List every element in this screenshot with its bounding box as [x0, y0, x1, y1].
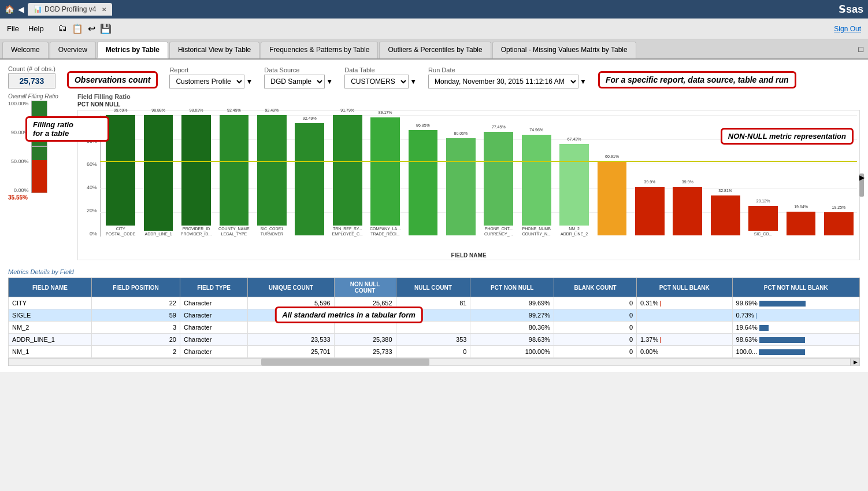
menu-bar: File Help 🗂 📋 ↩ 💾 Sign Out [0, 19, 868, 39]
rundate-select[interactable]: Monday, November 30, 2015 11:12:16 AM [428, 75, 578, 88]
bar-x-label: SIC_CO... [754, 232, 773, 237]
table-cell: 99.69% [470, 297, 554, 309]
report-dropdown-icon[interactable]: ▼ [246, 77, 253, 86]
table-header-row: FIELD NAME FIELD POSITION FIELD TYPE UNI… [9, 278, 860, 297]
table-cell: Character [180, 322, 248, 334]
bar-pct-label: 92.49% [257, 108, 287, 112]
bar[interactable]: 92.49% [220, 115, 249, 226]
col-header-field-pos: FIELD POSITION [91, 278, 180, 297]
nav-back-icon[interactable]: ◀ [18, 5, 24, 14]
bar[interactable]: 98.88% [144, 115, 173, 231]
gauge-pct-100: 100.00% [8, 101, 29, 106]
table-row[interactable]: SIGLE59Character99.27%00.73% [9, 309, 860, 322]
bar[interactable]: 67.43% [559, 144, 589, 226]
bar[interactable]: 19.64% [787, 212, 816, 235]
bar[interactable]: 32.81% [711, 195, 740, 235]
tool-copy-icon[interactable]: 📋 [72, 23, 83, 34]
right-resize-handle[interactable]: ▶ [859, 173, 864, 197]
sign-out-link[interactable]: Sign Out [834, 25, 861, 33]
table-row[interactable]: NM_12Character25,70125,7330100.00%00.00%… [9, 346, 860, 358]
bar[interactable]: 86.85% [409, 130, 438, 235]
bar[interactable]: 80.06% [446, 138, 476, 235]
annotation-standard-metrics: All standard metrics in a tabular form [275, 307, 422, 323]
table-cell: 25,380 [334, 334, 396, 346]
gauge-bar-container [31, 101, 47, 193]
col-header-field-name: FIELD NAME [9, 278, 92, 297]
scroll-right-btn[interactable]: ▶ [851, 358, 860, 366]
table-cell: 0 [554, 322, 637, 334]
table-row[interactable]: ADDR_LINE_120Character23,53325,38035398.… [9, 334, 860, 346]
scrollbar-thumb-h[interactable] [261, 359, 429, 366]
bar[interactable]: 99.69% [106, 115, 135, 226]
bar[interactable]: 39.9% [635, 187, 665, 235]
table-cell: Character [180, 346, 248, 358]
bar-x-label: PHONE_NUMBCOUNTRY_N... [522, 227, 550, 237]
gauge-threshold-line [32, 146, 47, 147]
tab-outliers-percentiles[interactable]: Outliers & Percentiles by Table [379, 42, 491, 58]
bar[interactable]: 19.25% [824, 212, 854, 235]
report-label: Report [169, 67, 253, 73]
bar[interactable]: 92.49% [295, 123, 324, 235]
bar[interactable]: 20.12% [748, 206, 778, 230]
bar-x-label: COMPANY_LA...TRADE_REGI... [370, 227, 400, 237]
panel-collapse-icon[interactable]: □ [859, 45, 863, 54]
table-row[interactable]: CITY22Character5,59625,6528199.69%00.31%… [9, 297, 860, 309]
annotation-non-null: NON-NULL metric representation [721, 128, 854, 145]
menu-help[interactable]: Help [28, 24, 44, 33]
bar[interactable]: 89.17% [370, 117, 400, 226]
datasource-dropdown-icon[interactable]: ▼ [326, 77, 333, 86]
bar-group: 98.63%PROVIDER_IDPROVIDER_ID... [178, 115, 214, 237]
bar-x-label: COUNTY_NAMELEGAL_TYPE [218, 227, 250, 237]
bar-group: 89.17%COMPANY_LA...TRADE_REGI... [367, 115, 403, 237]
chart-y-axis-label: PCT NON NULL [77, 101, 860, 108]
rundate-dropdown-icon[interactable]: ▼ [580, 77, 587, 86]
tab-welcome[interactable]: Welcome [2, 42, 49, 58]
tab-metrics-by-table[interactable]: Metrics by Table [97, 42, 168, 58]
tool-open-icon[interactable]: 🗂 [58, 23, 67, 34]
table-cell: SIGLE [9, 309, 92, 322]
pct-null-blank-cell [637, 322, 733, 334]
tab-dgd-profiling[interactable]: 📊 DGD Profiling v4 ✕ [28, 3, 112, 16]
datatable-dropdown-icon[interactable]: ▼ [410, 77, 417, 86]
bar[interactable]: 98.63% [181, 115, 211, 226]
bar[interactable]: 39.9% [673, 187, 702, 235]
bar[interactable]: 60.91% [598, 161, 627, 235]
bar-pct-label: 92.49% [220, 108, 249, 112]
metrics-table: FIELD NAME FIELD POSITION FIELD TYPE UNI… [8, 278, 860, 358]
tab-overview[interactable]: Overview [50, 42, 96, 58]
app-home-icon[interactable]: 🏠 [5, 5, 14, 14]
bar-group: 92.49%COUNTY_NAMELEGAL_TYPE [216, 115, 252, 237]
pct-not-null-blank-cell: 98.63% [732, 334, 859, 346]
table-cell: 80.36% [470, 322, 554, 334]
tab-frequencies-patterns[interactable]: Frequencies & Patterns by Table [261, 42, 378, 58]
datatable-group: Data Table CUSTOMERS ▼ [344, 67, 417, 88]
bar[interactable]: 91.79% [333, 115, 362, 226]
nav-tabs: Welcome Overview Metrics by Table Histor… [0, 39, 868, 60]
tab-missing-values-matrix[interactable]: Optional - Missing Values Matrix by Tabl… [492, 42, 636, 58]
count-group: Count (# of obs.) 25,733 [8, 65, 55, 88]
datatable-select[interactable]: CUSTOMERS [344, 75, 409, 88]
bar-chart-area: 100% 80% 60% 40% 20% 0% [77, 110, 860, 260]
bar[interactable]: 74.96% [522, 135, 551, 226]
col-header-blank-count: BLANK COUNT [554, 278, 637, 297]
tool-undo-icon[interactable]: ↩ [88, 23, 95, 34]
bar[interactable]: 92.49% [257, 115, 287, 226]
bar[interactable]: 77.45% [484, 132, 513, 226]
table-cell: 0 [554, 297, 637, 309]
report-select[interactable]: Customers Profile [169, 75, 244, 88]
horizontal-scrollbar[interactable] [8, 358, 851, 366]
tool-save-icon[interactable]: 💾 [100, 23, 112, 34]
tab-label: DGD Profiling v4 [44, 5, 96, 13]
table-row[interactable]: NM_23Character80.36%019.64% [9, 322, 860, 334]
col-header-pct-null-blank: PCT NULL BLANK [637, 278, 733, 297]
bar-pct-label: 98.63% [181, 108, 211, 112]
bar-pct-label: 20.12% [748, 199, 778, 203]
table-cell: 2 [91, 346, 180, 358]
tab-close-icon[interactable]: ✕ [102, 6, 106, 13]
gauge-pct-50: 50.00% [11, 158, 29, 164]
tab-historical-view[interactable]: Historical View by Table [169, 42, 259, 58]
menu-file[interactable]: File [7, 24, 19, 33]
datasource-select[interactable]: DGD Sample [264, 75, 325, 88]
table-cell: NM_1 [9, 346, 92, 358]
bar-group: 39.9% [632, 115, 668, 237]
